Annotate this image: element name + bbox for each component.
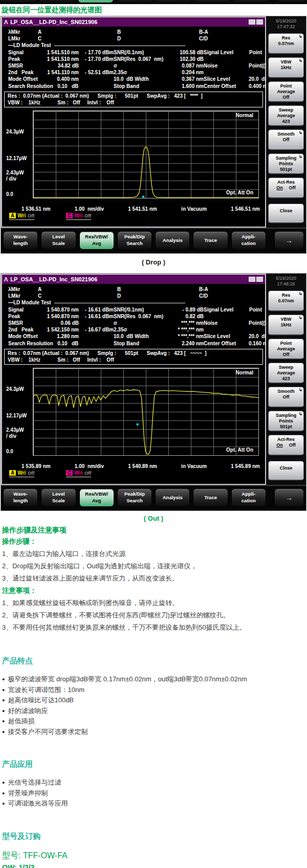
function-key[interactable]: Analysis	[156, 0, 191, 3]
close-button[interactable]: Close	[268, 461, 304, 481]
x-end-label: 1 546.51 nm	[231, 206, 260, 212]
trace-a-key: A	[9, 470, 16, 476]
trace-badges: A Wri Off C Wri Off	[9, 470, 265, 477]
y-axis-mid-label: 12.17µW	[6, 155, 32, 161]
function-key[interactable]: Trace	[193, 231, 228, 250]
close-button[interactable]: Close	[268, 204, 304, 224]
function-key[interactable]: Res/VBW/ Avg	[79, 488, 114, 507]
function-key[interactable]: Analysis	[155, 231, 190, 250]
osa-display: Λ LP_OSA__LD-PD_Inc_SN021906 λMkrABB-ALM…	[1, 16, 266, 228]
function-key[interactable]: Res/VBW/ Avg	[79, 231, 114, 250]
y-axis-div-unit: / div	[6, 433, 32, 439]
soft-key-button[interactable]: VBW1kHz↳	[268, 57, 304, 78]
function-key[interactable]: Res/VBW/ Avg	[78, 0, 114, 3]
feature-item: ●宽波长可调谐范围：10nm	[2, 685, 305, 696]
soft-key-button[interactable]: SweepAverage423	[268, 105, 304, 126]
x-end-label: 1 545.89 nm	[231, 463, 260, 469]
function-key[interactable]: →	[274, 231, 304, 250]
caution-note: 2、请避免拆下调整螺丝，不要试图将任何东西(即螺丝刀)穿过螺丝的螺纹孔。	[2, 609, 305, 621]
datetime-display: 5/19/2020 17:47:32	[268, 18, 304, 30]
soft-key-button[interactable]: PointAverageOff	[268, 339, 304, 360]
soft-key-button[interactable]: Res0.07nm↳	[268, 33, 304, 54]
x-div-label: 1.00 nm/div	[75, 463, 104, 469]
function-key[interactable]: Level Scale	[41, 488, 76, 507]
function-key[interactable]: Wave- length	[3, 488, 38, 507]
trace-c-badge[interactable]: C Wri Off	[66, 470, 91, 477]
soft-key-button[interactable]: SamplingPoints501pt↳	[268, 411, 304, 432]
function-key[interactable]: Peak/Dip Search	[117, 0, 152, 3]
page-title: 旋钮在同一位置处测得的光谱图	[0, 4, 307, 16]
features-heading: 产品特点	[2, 656, 305, 666]
trace-a-badge[interactable]: A Wri Off	[9, 213, 34, 220]
feature-item: ●好的滤波响应	[2, 706, 305, 717]
trace-c-state: Off	[84, 213, 91, 218]
submenu-arrow-icon: ↳	[298, 387, 302, 393]
maximize-icon[interactable]	[256, 19, 263, 25]
soft-key-column: Res0.07nm↳VBW1kHz↳PointAverageOffSweepAv…	[268, 33, 304, 224]
function-key[interactable]: Level Scale	[39, 0, 75, 3]
trace-c-write-label: Wri	[74, 470, 82, 476]
measurement-row: Peak1 541.510 nm- 17.70 dBmSNR(Res 0.067…	[8, 56, 262, 62]
soft-key-button[interactable]: VBW1kHz↳	[268, 315, 304, 336]
function-key[interactable]: Trace	[193, 488, 228, 507]
function-key[interactable]: Appli- cation	[233, 0, 269, 3]
plot-area: Normal Opt. Att On	[33, 368, 259, 456]
function-key-strip: Wave- lengthLevel ScaleRes/VBW/ AvgPeak/…	[1, 485, 306, 510]
submenu-arrow-icon: ↳	[298, 58, 302, 63]
feature-item: ●接受客户不同可选要求定制	[2, 727, 305, 738]
maximize-icon[interactable]	[256, 277, 263, 282]
osa-titlebar: Λ LP_OSA__LD-PD_Inc_SN021906	[2, 17, 265, 27]
steps-list: 1、最左边端口为输入端口，连接台式光源2、Drop端为反射输出端口，Out端为透…	[2, 548, 305, 585]
measurement-row: Signal1 541.510 nm- 17.70 dBmSNR(/0.1nm)…	[8, 49, 262, 56]
function-key[interactable]: Analysis	[155, 488, 190, 507]
measurement-row: Mode Offset0.400 nm10.0 dB Width0.367 nm…	[8, 76, 262, 82]
minimize-icon[interactable]	[249, 277, 255, 282]
document-body: 操作步骤及注意事项 操作步骤： 1、最左边端口为输入端口，连接台式光源2、Dro…	[0, 524, 307, 868]
feature-item: ●极窄的滤波带宽 drop端3dB带宽 0.17nm±0.02nm，out端3d…	[2, 674, 305, 685]
applications-heading: 产品应用	[2, 760, 305, 769]
osa-screenshot-drop: Λ LP_OSA__LD-PD_Inc_SN021906 λMkrABB-ALM…	[1, 16, 306, 254]
trace-a-badge[interactable]: A Wri Off	[9, 470, 34, 477]
window-title: LP_OSA__LD-PD_Inc_SN021906	[10, 276, 248, 282]
measurement-row: Peak1 540.870 nm- 16.61 dBmSNR(Res 0.067…	[8, 313, 262, 320]
measurement-row: Search Resolution 0.10 dBStop Band2.240 …	[8, 340, 262, 347]
function-key[interactable]: Appli- cation	[231, 231, 266, 250]
application-item: ●光信号选择与过滤	[2, 777, 305, 788]
soft-key-button[interactable]: SmoothOff↳	[268, 387, 304, 408]
time-label: 17:47:32	[268, 24, 304, 30]
function-key[interactable]: Level Scale	[41, 231, 76, 250]
soft-key-button[interactable]: SmoothOff↳	[268, 129, 304, 150]
notes-subheading: 注意事项：	[2, 585, 305, 597]
trace-c-key: C	[66, 213, 73, 218]
submenu-arrow-icon: ↳	[298, 130, 302, 136]
function-key[interactable]: Wave- length	[3, 231, 38, 250]
function-key[interactable]: Trace	[194, 0, 230, 3]
trace-mode-label: Normal	[236, 113, 253, 118]
osa-side-panel: 5/19/2020 17:48:26 Res0.07nm↳VBW1kHz↳Poi…	[266, 274, 306, 485]
trace-c-badge[interactable]: C Wri Off	[66, 213, 91, 220]
application-item: ●可调谐激光器等应用	[2, 798, 305, 809]
measurement-row: Mode Offset1.280 nm10.0 dB Width* ***.**…	[8, 333, 262, 340]
minimize-icon[interactable]	[249, 19, 255, 25]
y-axis-max-label: 24.3µW	[6, 129, 32, 135]
soft-key-button[interactable]: Act-ResOnOff	[268, 435, 304, 456]
soft-key-button[interactable]: PointAverageOff	[268, 81, 304, 102]
function-key[interactable]: Peak/Dip Search	[117, 231, 152, 250]
osa-display: Λ LP_OSA__LD-PD_Inc_SN021906 λMkrABB-ALM…	[1, 274, 266, 485]
function-key[interactable]: →	[274, 488, 304, 507]
soft-key-button[interactable]: Act-ResOnOff	[268, 177, 304, 198]
function-key[interactable]: →	[277, 0, 307, 3]
soft-key-button[interactable]: SweepAverage423	[268, 363, 304, 384]
y-axis-div-label: 2.43µW	[6, 170, 32, 175]
function-key[interactable]: Appli- cation	[231, 488, 266, 507]
caption-out: ( Out )	[0, 515, 307, 522]
osa-titlebar: Λ LP_OSA__LD-PD_Inc_SN021906	[2, 275, 265, 284]
function-key[interactable]: Peak/Dip Search	[117, 488, 152, 507]
osa-screenshot-out: Λ LP_OSA__LD-PD_Inc_SN021906 λMkrABB-ALM…	[1, 273, 306, 511]
y-axis-div-unit: / div	[6, 176, 32, 182]
x-div-label: 1.00 nm/div	[75, 206, 104, 212]
soft-key-button[interactable]: SamplingPoints501pt↳	[268, 153, 304, 174]
soft-key-button[interactable]: Res0.07nm↳	[268, 291, 304, 311]
function-key[interactable]: Wave- length	[0, 0, 36, 3]
operation-step: 3、通过旋转滤波器上面的旋钮来调节应力，从而改变波长。	[2, 572, 305, 585]
